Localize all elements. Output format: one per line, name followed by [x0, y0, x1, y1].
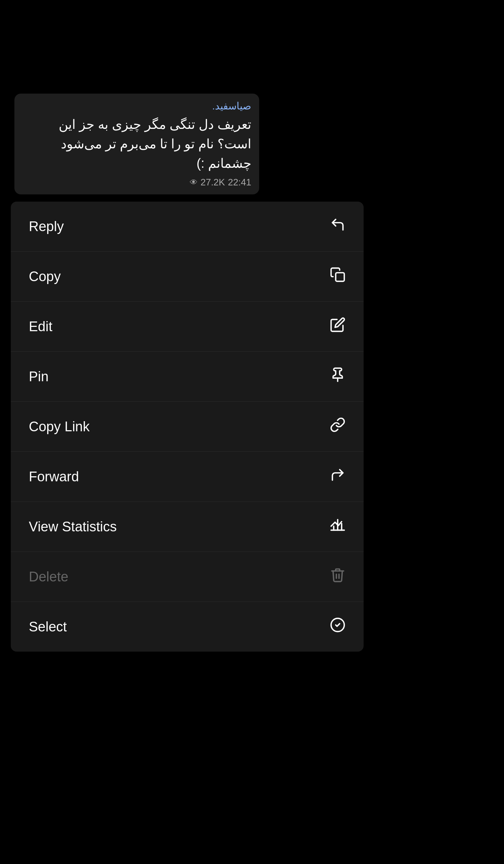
message-meta: 👁 27.2K 22:41 [22, 177, 251, 188]
select-icon [330, 617, 346, 636]
message-author: صیاسفید. [22, 100, 251, 112]
message-time: 22:41 [228, 177, 251, 188]
copy-label: Copy [29, 269, 61, 284]
message-views: 27.2K [201, 177, 225, 188]
copy-link-label: Copy Link [29, 419, 90, 435]
link-icon [330, 417, 346, 436]
forward-label: Forward [29, 469, 79, 485]
pin-icon [330, 367, 346, 386]
menu-item-copy[interactable]: Copy [11, 252, 364, 302]
eye-icon: 👁 [190, 178, 198, 187]
trash-icon [330, 567, 346, 586]
select-label: Select [29, 619, 67, 635]
pin-label: Pin [29, 369, 49, 384]
menu-item-edit[interactable]: Edit [11, 302, 364, 352]
view-statistics-label: View Statistics [29, 519, 117, 535]
menu-item-pin[interactable]: Pin [11, 352, 364, 402]
svg-rect-0 [336, 273, 345, 282]
edit-label: Edit [29, 319, 52, 334]
context-menu: Reply Copy Edit Pin [11, 202, 364, 652]
copy-icon [330, 267, 346, 286]
edit-icon [330, 317, 346, 336]
menu-item-reply[interactable]: Reply [11, 202, 364, 252]
menu-item-copy-link[interactable]: Copy Link [11, 402, 364, 452]
forward-icon [330, 467, 346, 486]
menu-item-delete[interactable]: Delete [11, 552, 364, 602]
delete-label: Delete [29, 569, 68, 585]
stats-icon [330, 517, 346, 536]
menu-item-forward[interactable]: Forward [11, 452, 364, 502]
reply-icon [330, 217, 346, 236]
menu-item-view-statistics[interactable]: View Statistics [11, 502, 364, 552]
message-bubble: صیاسفید. تعریف دل تنگی مگر چیزی به جز ای… [14, 94, 259, 194]
reply-label: Reply [29, 219, 64, 234]
menu-item-select[interactable]: Select [11, 602, 364, 652]
message-text: تعریف دل تنگی مگر چیزی به جز این است؟ نا… [22, 115, 251, 173]
